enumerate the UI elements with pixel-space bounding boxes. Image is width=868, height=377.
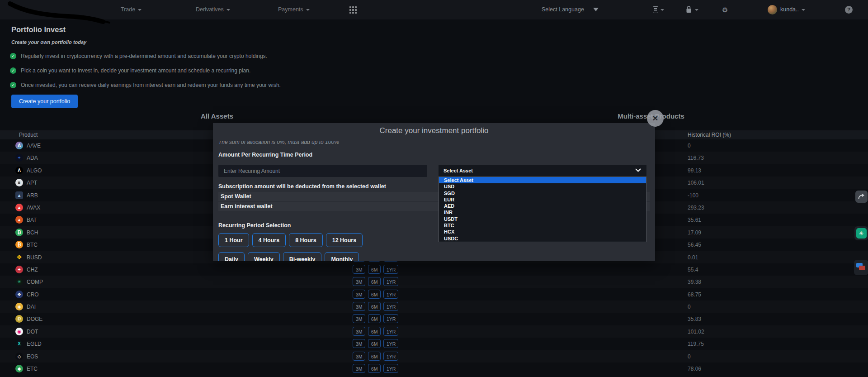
- period-3m-button[interactable]: 3M: [353, 290, 365, 299]
- period-option-button[interactable]: Daily: [218, 252, 245, 261]
- nav-menu-derivatives[interactable]: Derivatives: [196, 0, 230, 19]
- period-6m-button[interactable]: 6M: [368, 314, 381, 323]
- brand-logo[interactable]: [0, 0, 136, 26]
- period-option-button[interactable]: Weekly: [248, 252, 280, 261]
- period-6m-button[interactable]: 6M: [368, 339, 381, 348]
- period-option-button[interactable]: Monthly: [325, 252, 359, 261]
- period-6m-button[interactable]: 6M: [368, 302, 381, 311]
- period-1yr-button[interactable]: 1YR: [383, 339, 398, 348]
- coin-symbol: AAVE: [27, 143, 41, 149]
- asset-dropdown-option[interactable]: USDC: [439, 235, 646, 242]
- period-option-button[interactable]: 4 Hours: [252, 233, 286, 247]
- recurring-amount-input[interactable]: [218, 165, 427, 177]
- roi-value: 0.01: [688, 254, 698, 261]
- bag-caret[interactable]: [695, 0, 698, 19]
- assistant-extension-icon[interactable]: ✳: [854, 226, 868, 240]
- coin-icon: ▲: [15, 191, 23, 199]
- period-1yr-button[interactable]: 1YR: [383, 277, 398, 286]
- period-6m-button[interactable]: 6M: [368, 265, 381, 274]
- coin-icon: ◉: [15, 328, 23, 335]
- avatar[interactable]: [768, 5, 777, 14]
- help-icon[interactable]: ?: [845, 6, 853, 14]
- asset-dropdown-option[interactable]: USDT: [439, 216, 646, 222]
- period-1yr-button[interactable]: 1YR: [383, 302, 398, 311]
- table-row[interactable]: X EGLD 3M 6M 1YR 119.75: [0, 338, 868, 350]
- coin-symbol: EGLD: [27, 341, 42, 347]
- orders-caret[interactable]: [660, 0, 664, 19]
- period-option-button[interactable]: 1 Hour: [218, 233, 249, 247]
- apps-grid-icon[interactable]: [349, 6, 357, 14]
- modal-title: Create your investment portfolio: [213, 126, 655, 135]
- tab-all-assets[interactable]: All Assets: [149, 112, 285, 120]
- coin-icon: ✦: [15, 154, 23, 162]
- period-6m-button[interactable]: 6M: [368, 364, 381, 373]
- roi-value: 293.23: [688, 205, 704, 211]
- period-option-button[interactable]: 12 Hours: [326, 233, 363, 247]
- period-1yr-button[interactable]: 1YR: [383, 265, 398, 274]
- asset-dropdown-option[interactable]: EUR: [439, 196, 646, 203]
- asset-dropdown-option[interactable]: USD: [439, 183, 646, 190]
- coin-icon: ✳: [15, 278, 23, 286]
- asset-dropdown-option[interactable]: HCX: [439, 229, 646, 235]
- coin-symbol: EOS: [27, 353, 38, 360]
- asset-dropdown-option[interactable]: AED: [439, 203, 646, 209]
- table-row[interactable]: ✳ COMP 3M 6M 1YR 39.38: [0, 276, 868, 288]
- language-dropdown-icon[interactable]: [593, 8, 599, 11]
- coin-symbol: DOT: [27, 329, 38, 335]
- asset-dropdown-option[interactable]: BTC: [439, 222, 646, 229]
- table-row[interactable]: Ð DOGE 3M 6M 1YR 35.83: [0, 313, 868, 325]
- period-option-button[interactable]: 8 Hours: [289, 233, 323, 247]
- period-3m-button[interactable]: 3M: [353, 339, 365, 348]
- language-selector[interactable]: Select Language: [542, 0, 584, 19]
- table-row[interactable]: ❖ CRO 3M 6M 1YR 68.75: [0, 288, 868, 301]
- table-row[interactable]: ◉ DOT 3M 6M 1YR 101.02: [0, 325, 868, 338]
- bag-lock-icon[interactable]: [685, 6, 692, 14]
- period-3m-button[interactable]: 3M: [353, 265, 365, 274]
- coin-symbol: BAT: [27, 217, 37, 223]
- asset-select[interactable]: Select Asset: [439, 165, 646, 177]
- nav-menu-payments[interactable]: Payments: [278, 0, 310, 19]
- page-title: Portfolio Invest: [11, 25, 66, 34]
- orders-ledger-icon[interactable]: [653, 6, 658, 13]
- chat-bubbles-icon[interactable]: [854, 260, 868, 275]
- period-1yr-button[interactable]: 1YR: [383, 290, 398, 299]
- user-menu[interactable]: kunda..: [780, 0, 805, 19]
- nav-menu-trade[interactable]: Trade: [121, 0, 142, 19]
- period-3m-button[interactable]: 3M: [353, 364, 365, 373]
- chevron-down-icon: [695, 9, 698, 11]
- period-3m-button[interactable]: 3M: [353, 352, 365, 361]
- period-1yr-button[interactable]: 1YR: [383, 352, 398, 361]
- period-3m-button[interactable]: 3M: [353, 302, 365, 311]
- period-3m-button[interactable]: 3M: [353, 277, 365, 286]
- roi-value: 106.01: [688, 180, 704, 186]
- period-6m-button[interactable]: 6M: [368, 352, 381, 361]
- coin-symbol: CHZ: [27, 267, 38, 273]
- create-portfolio-button[interactable]: Create your portfolio: [11, 95, 78, 108]
- roi-value: 119.75: [688, 341, 704, 347]
- period-1yr-button[interactable]: 1YR: [383, 364, 398, 373]
- chevron-down-icon: [802, 9, 805, 11]
- roi-value: 101.02: [688, 329, 704, 335]
- period-option-button[interactable]: Bi-weekly: [283, 252, 322, 261]
- asset-dropdown-option[interactable]: SGD: [439, 190, 646, 196]
- period-6m-button[interactable]: 6M: [368, 290, 381, 299]
- table-row[interactable]: ✦ CHZ 3M 6M 1YR 55.4: [0, 263, 868, 276]
- asset-dropdown-option[interactable]: Select Asset: [439, 177, 646, 183]
- asset-dropdown-option[interactable]: INR: [439, 209, 646, 215]
- period-6m-button[interactable]: 6M: [368, 327, 381, 336]
- period-6m-button[interactable]: 6M: [368, 277, 381, 286]
- coin-symbol: COMP: [27, 279, 43, 285]
- period-1yr-button[interactable]: 1YR: [383, 314, 398, 323]
- page-subtitle: Create your own portfolio today: [11, 39, 86, 45]
- roi-value: 78.06: [688, 366, 701, 372]
- table-row[interactable]: ◇ EOS 3M 6M 1YR 0: [0, 350, 868, 363]
- period-3m-button[interactable]: 3M: [353, 314, 365, 323]
- period-1yr-button[interactable]: 1YR: [383, 327, 398, 336]
- table-row[interactable]: ◆ ETC 3M 6M 1YR 78.06: [0, 363, 868, 375]
- roi-value: 35.83: [688, 316, 701, 322]
- period-3m-button[interactable]: 3M: [353, 327, 365, 336]
- close-icon[interactable]: ×: [647, 110, 664, 127]
- share-shortcut-icon[interactable]: [855, 191, 868, 203]
- table-row[interactable]: ◈ DAI 3M 6M 1YR 0: [0, 301, 868, 313]
- gear-icon[interactable]: ⚙: [722, 0, 728, 19]
